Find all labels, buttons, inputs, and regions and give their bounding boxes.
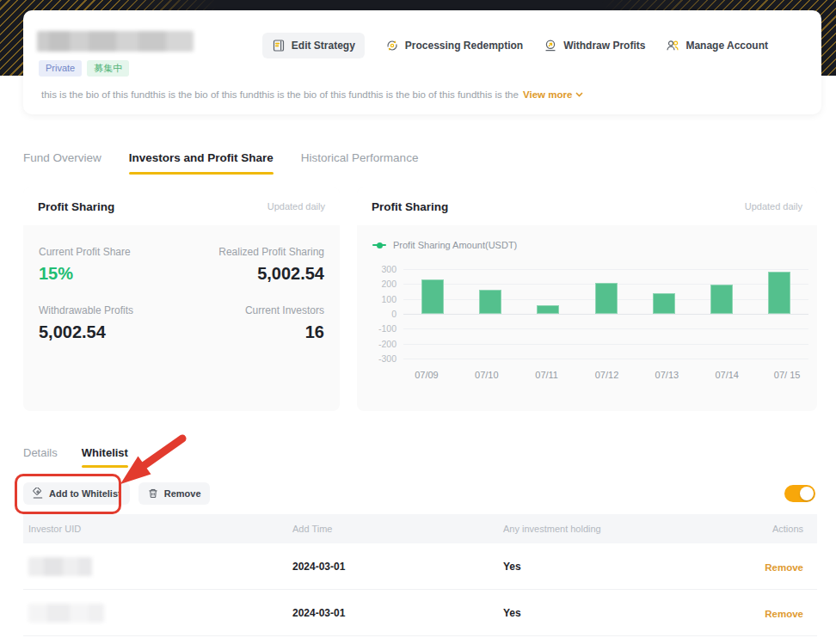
profit-stats-grid: Current Profit Share15%Realized Profit S… bbox=[23, 225, 340, 363]
x-tick-label: 07/13 bbox=[636, 370, 697, 380]
add-to-whitelist-button[interactable]: Add to Whitelist bbox=[23, 482, 130, 505]
chart-legend: Profit Sharing Amount(USDT) bbox=[372, 240, 817, 250]
tab-investors-and-profit-share[interactable]: Investors and Profit Share bbox=[129, 151, 274, 168]
chart-y-axis: 3002001000-100-200-300 bbox=[364, 269, 396, 359]
y-tick-label: -300 bbox=[378, 353, 396, 364]
whitelist-toolbar: Add to WhitelistRemove bbox=[23, 482, 210, 505]
manage-account-icon bbox=[666, 39, 679, 52]
chart-bar bbox=[421, 279, 444, 314]
tab-fund-overview[interactable]: Fund Overview bbox=[23, 151, 101, 168]
fund-header-card: Private募集中 this is the bio of this fundt… bbox=[23, 10, 821, 114]
chart-x-axis: 07/0907/1007/1107/1207/1307/1407/ 15 bbox=[396, 370, 817, 380]
stat-label: Withdrawable Profits bbox=[39, 304, 181, 316]
x-tick-label: 07/10 bbox=[457, 370, 517, 380]
header-actions: Edit StrategyProcessing RedemptionWithdr… bbox=[262, 33, 768, 58]
whitelist-toggle[interactable] bbox=[784, 485, 815, 502]
annotation-arrow-icon bbox=[108, 434, 187, 488]
whitelist-table-header: Investor UIDAdd TimeAny investment holdi… bbox=[23, 514, 817, 543]
investor-uid-redacted bbox=[28, 604, 104, 623]
stat-value: 5,002.54 bbox=[181, 264, 324, 284]
holding-cell: Yes bbox=[503, 561, 741, 573]
withdraw-profits-icon bbox=[544, 39, 557, 52]
y-tick-label: 300 bbox=[381, 264, 396, 274]
stat-value: 15% bbox=[39, 264, 181, 284]
legend-marker-icon bbox=[372, 244, 386, 246]
table-row: 2024-03-01YesRemove bbox=[23, 543, 817, 590]
fund-badge-private: Private bbox=[39, 60, 82, 77]
chart-bar bbox=[479, 290, 501, 314]
column-header-add-time: Add Time bbox=[292, 524, 503, 534]
column-header-any-investment-holding: Any investment holding bbox=[503, 524, 741, 534]
edit-strategy-button[interactable]: Edit Strategy bbox=[262, 33, 365, 58]
tab-details[interactable]: Details bbox=[23, 446, 58, 459]
y-tick-label: -100 bbox=[378, 323, 396, 334]
edit-strategy-icon bbox=[272, 39, 286, 52]
stat-label: Current Profit Share bbox=[39, 246, 181, 258]
stat-withdrawable-profits: Withdrawable Profits5,002.54 bbox=[39, 304, 181, 342]
action-label: Withdraw Profits bbox=[563, 40, 645, 52]
whitelist-tabs: DetailsWhitelist bbox=[23, 446, 128, 459]
bar-chart: 3002001000-100-200-300 bbox=[364, 269, 808, 359]
chart-bar bbox=[768, 272, 790, 314]
holding-cell: Yes bbox=[503, 607, 741, 619]
x-tick-label: 07/12 bbox=[577, 370, 637, 380]
column-header-actions: Actions bbox=[741, 524, 803, 534]
stat-label: Current Investors bbox=[181, 304, 324, 316]
x-tick-label: 07/09 bbox=[396, 370, 457, 380]
button-label: Add to Whitelist bbox=[49, 488, 121, 499]
card-title: Profit Sharing bbox=[372, 200, 448, 213]
y-tick-label: 100 bbox=[381, 294, 396, 304]
gridline bbox=[403, 269, 808, 270]
gridline bbox=[403, 328, 808, 329]
view-more-link[interactable]: View more bbox=[523, 89, 583, 100]
main-tabs: Fund OverviewInvestors and Profit ShareH… bbox=[23, 151, 418, 168]
x-tick-label: 07/ 15 bbox=[757, 370, 817, 380]
fund-bio: this is the bio of this fundthis is the … bbox=[41, 89, 519, 100]
button-label: Remove bbox=[164, 488, 201, 499]
investor-uid-redacted bbox=[28, 557, 92, 576]
processing-redemption-icon bbox=[385, 39, 399, 52]
card-title: Profit Sharing bbox=[38, 200, 114, 213]
chart-plot bbox=[403, 269, 808, 359]
whitelist-table: 2024-03-01YesRemove2024-03-01YesRemove bbox=[23, 543, 817, 636]
table-row: 2024-03-01YesRemove bbox=[23, 590, 817, 636]
gridline bbox=[403, 314, 808, 315]
remove-button[interactable]: Remove bbox=[138, 482, 210, 505]
chart-bar bbox=[537, 305, 559, 314]
trash-icon bbox=[147, 488, 159, 500]
profit-sharing-chart-card: Profit Sharing Updated daily Profit Shar… bbox=[357, 187, 817, 411]
updated-daily-label: Updated daily bbox=[267, 201, 325, 212]
y-tick-label: 200 bbox=[381, 279, 396, 289]
gridline bbox=[403, 344, 808, 345]
gridline bbox=[403, 359, 808, 359]
legend-label: Profit Sharing Amount(USDT) bbox=[393, 240, 517, 250]
withdraw-profits-button[interactable]: Withdraw Profits bbox=[544, 33, 645, 58]
remove-link[interactable]: Remove bbox=[765, 562, 803, 573]
y-tick-label: 0 bbox=[391, 309, 396, 319]
add-time-cell: 2024-03-01 bbox=[292, 561, 503, 573]
action-label: Edit Strategy bbox=[292, 40, 355, 52]
manage-account-button[interactable]: Manage Account bbox=[666, 33, 768, 58]
fund-badges: Private募集中 bbox=[39, 60, 129, 77]
x-tick-label: 07/14 bbox=[697, 370, 757, 380]
fund-badge-: 募集中 bbox=[87, 60, 129, 77]
action-label: Manage Account bbox=[685, 40, 768, 52]
tab-historical-performance[interactable]: Historical Performance bbox=[301, 151, 419, 168]
action-label: Processing Redemption bbox=[405, 40, 523, 52]
stat-current-investors: Current Investors16 bbox=[181, 304, 324, 342]
processing-redemption-button[interactable]: Processing Redemption bbox=[385, 33, 523, 58]
toggle-knob bbox=[800, 487, 814, 500]
stat-value: 16 bbox=[181, 322, 324, 342]
profit-sharing-stats-card: Profit Sharing Updated daily Current Pro… bbox=[23, 187, 340, 411]
tab-whitelist[interactable]: Whitelist bbox=[82, 446, 128, 459]
add-to-whitelist-icon bbox=[32, 488, 44, 500]
stat-label: Realized Profit Sharing bbox=[181, 246, 324, 258]
add-time-cell: 2024-03-01 bbox=[292, 607, 503, 619]
chart-bar bbox=[710, 285, 733, 314]
updated-daily-label: Updated daily bbox=[745, 201, 802, 212]
remove-link[interactable]: Remove bbox=[765, 609, 803, 619]
column-header-investor-uid: Investor UID bbox=[28, 524, 292, 534]
chart-bar bbox=[595, 283, 618, 314]
chevron-down-icon bbox=[575, 92, 583, 97]
chart-bar bbox=[653, 293, 675, 314]
